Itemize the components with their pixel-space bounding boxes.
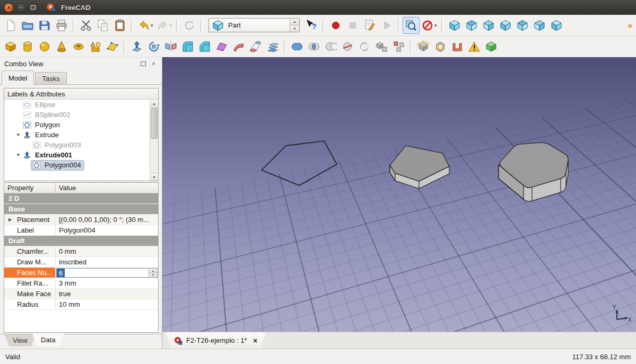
property-row-draw-m[interactable]: Draw M...inscribed [4, 257, 158, 268]
sweep-button[interactable] [264, 38, 281, 55]
compound-button[interactable] [373, 38, 390, 55]
tree-scrollbar[interactable]: ▲ ▼ [150, 100, 158, 181]
property-group-base[interactable]: Base [4, 204, 158, 215]
sphere-button[interactable] [36, 38, 53, 55]
open-document-button[interactable] [19, 17, 36, 34]
revolve-button[interactable] [145, 38, 162, 55]
window-maximize-button[interactable] [29, 3, 38, 12]
tree-item-polygon003[interactable]: Polygon003 [4, 140, 150, 150]
shape-builder-button[interactable] [104, 38, 121, 55]
property-row-make-face[interactable]: Make Facetrue [4, 289, 158, 299]
torus-button[interactable] [70, 38, 87, 55]
thickness-button[interactable] [449, 38, 466, 55]
clipping-plane-button[interactable]: ▾ [420, 17, 439, 34]
boolean-common-button[interactable] [306, 38, 323, 55]
macro-stop-button[interactable] [344, 17, 361, 34]
spinbox-buttons[interactable]: ▲▼ [149, 269, 157, 277]
make-face-button[interactable] [213, 38, 230, 55]
whats-this-button[interactable]: ? [303, 17, 320, 34]
refresh-button[interactable] [181, 17, 198, 34]
property-row-label[interactable]: LabelPolygon004 [4, 225, 158, 236]
tab-view[interactable]: View [4, 334, 36, 347]
tab-tasks[interactable]: Tasks [35, 72, 66, 84]
expander-icon[interactable]: ▶ [8, 217, 12, 222]
panel-float-button[interactable] [139, 60, 147, 68]
undo-button[interactable]: ▾ [136, 17, 155, 34]
fillet-button[interactable] [179, 38, 196, 55]
property-group-draft[interactable]: Draft [4, 236, 158, 246]
view-rear-button[interactable] [514, 17, 531, 34]
spin-up-icon[interactable]: ▲ [149, 269, 157, 273]
new-document-button[interactable] [2, 17, 19, 34]
cross-sections-button[interactable] [356, 38, 373, 55]
tab-data[interactable]: Data [32, 334, 64, 346]
tree-item-polygon004[interactable]: Polygon004 [4, 160, 150, 170]
boolean-cut-button[interactable] [323, 38, 339, 55]
paste-button[interactable] [111, 17, 128, 34]
view-front-button[interactable] [463, 17, 480, 34]
view-top-button[interactable] [480, 17, 497, 34]
boolean-union-button[interactable] [289, 38, 306, 55]
tree-item-extrude001[interactable]: ▼Extrude001 [4, 150, 150, 160]
view-left-button[interactable] [548, 17, 565, 34]
defeaturing-button[interactable] [483, 38, 500, 55]
property-value-editor[interactable]: 6▲▼ [56, 268, 158, 278]
extrude001-solid-object[interactable] [499, 143, 568, 201]
tree-item-polygon[interactable]: Polygon [4, 120, 150, 130]
property-row-faces-nu[interactable]: Faces Nu...6▲▼ [4, 268, 158, 278]
3d-viewport[interactable]: Y X [162, 57, 636, 332]
dropdown-arrow-icon[interactable]: ▾ [434, 23, 437, 28]
property-row-radius[interactable]: Radius10 mm [4, 299, 158, 310]
macro-record-button[interactable] [327, 17, 344, 34]
panel-close-button[interactable]: × [150, 60, 158, 68]
property-row-chamfer[interactable]: Chamfer...0 mm [4, 246, 158, 257]
macro-edit-button[interactable] [361, 17, 378, 34]
view-right-button[interactable] [497, 17, 514, 34]
property-row-fillet-ra[interactable]: Fillet Ra...3 mm [4, 278, 158, 289]
polygon-wireframe-object[interactable] [262, 141, 337, 185]
tree-item-ellipse[interactable]: Ellipse [4, 100, 150, 110]
offset-2d-button[interactable] [432, 38, 449, 55]
branch-expander-icon[interactable]: ▼ [15, 132, 22, 137]
copy-button[interactable] [94, 17, 111, 34]
scroll-down-icon[interactable]: ▼ [150, 173, 158, 181]
tree-item-extrude[interactable]: ▼Extrude [4, 130, 150, 140]
window-minimize-button[interactable]: − [16, 3, 25, 12]
property-row-placement[interactable]: ▶Placement[(0,00 0,00 1,00); 0 °; (30 m.… [4, 215, 158, 225]
tab-model[interactable]: Model [2, 70, 34, 85]
branch-expander-icon[interactable]: ▼ [15, 153, 22, 157]
cone-button[interactable] [53, 38, 70, 55]
loft-button[interactable] [247, 38, 264, 55]
spin-down-icon[interactable]: ▼ [149, 273, 157, 278]
extrude-button[interactable] [128, 38, 145, 55]
toolbar-overflow-icon[interactable]: » [628, 21, 634, 30]
view-bottom-button[interactable] [531, 17, 548, 34]
macro-play-button[interactable] [378, 17, 395, 34]
scroll-up-icon[interactable]: ▲ [150, 100, 158, 108]
box-button[interactable] [2, 38, 19, 55]
document-tab-f2-t26-ejemplo-1[interactable]: F2-T26-ejemplo : 1*× [165, 332, 266, 349]
scrollbar-thumb[interactable] [151, 108, 158, 139]
dropdown-arrow-icon[interactable]: ▾ [170, 23, 172, 28]
extrude-solid-object[interactable] [390, 146, 449, 189]
workbench-selector[interactable]: Part▲▼ [208, 18, 300, 32]
mirror-button[interactable] [162, 38, 179, 55]
window-close-button[interactable]: × [4, 3, 13, 12]
tree-item-bspline002[interactable]: BSpline002 [4, 110, 150, 120]
check-geometry-button[interactable] [466, 38, 483, 55]
offset-3d-button[interactable] [415, 38, 432, 55]
cylinder-button[interactable] [19, 38, 36, 55]
workbench-selector-spinner[interactable]: ▲▼ [290, 19, 299, 32]
ruled-surface-button[interactable] [230, 38, 247, 55]
spin-up-icon[interactable]: ▲ [290, 19, 299, 25]
view-axonometric-button[interactable] [446, 17, 463, 34]
explode-compound-button[interactable] [390, 38, 407, 55]
box-element-selection-button[interactable] [403, 17, 420, 34]
chamfer-button[interactable] [196, 38, 213, 55]
property-group-2-d[interactable]: 2 D [4, 193, 158, 204]
dropdown-arrow-icon[interactable]: ▾ [151, 23, 153, 28]
spin-down-icon[interactable]: ▼ [290, 25, 299, 32]
create-primitives-button[interactable] [87, 38, 104, 55]
save-document-button[interactable] [36, 17, 53, 34]
close-tab-icon[interactable]: × [253, 336, 257, 345]
